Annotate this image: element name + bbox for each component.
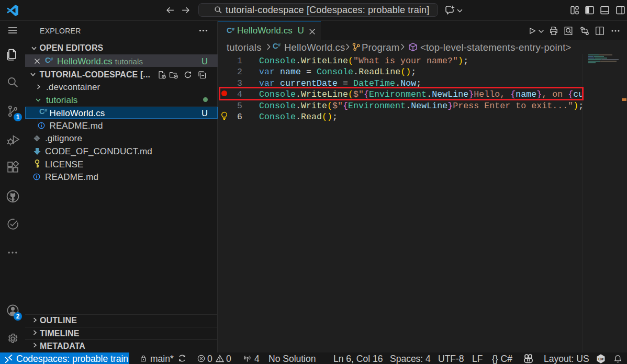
svg-text:C#: C# — [598, 356, 604, 361]
